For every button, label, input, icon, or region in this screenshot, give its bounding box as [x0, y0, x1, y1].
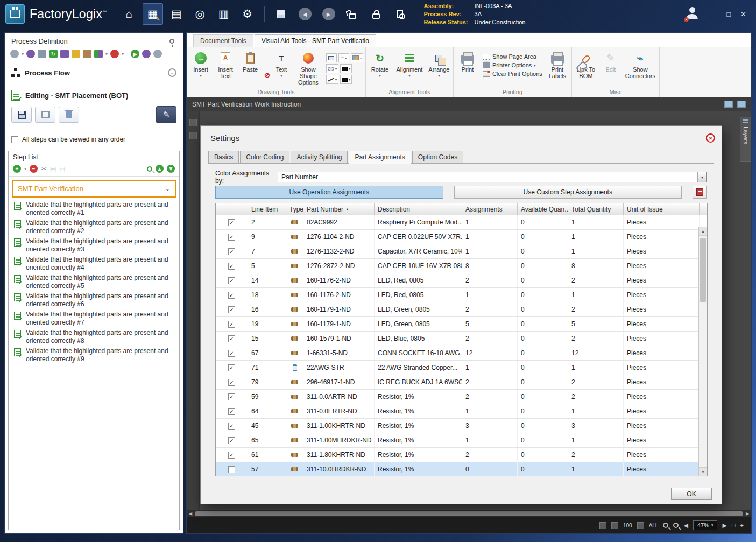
ellipse-shape-button[interactable]: ▾ [326, 64, 338, 73]
layers-tab[interactable]: Layers [740, 117, 751, 162]
step-item[interactable]: Validate that the highlighted parts are … [10, 309, 178, 328]
any-order-checkbox[interactable] [11, 136, 18, 143]
tab-part-assignments[interactable]: Part Assignments [349, 151, 411, 164]
tab-option-codes[interactable]: Option Codes [412, 151, 463, 163]
zoom-level[interactable]: 47%▾ [693, 520, 718, 530]
edit-mode-button[interactable]: ✎ [156, 106, 176, 123]
row-checkbox[interactable]: ✓ [228, 292, 235, 299]
globe-icon[interactable] [26, 50, 35, 58]
column-header[interactable]: Line Item [248, 203, 286, 215]
column-header[interactable]: Part Number▲ [303, 203, 375, 215]
horizontal-scrollbar[interactable]: ◀ ▶ [187, 510, 751, 517]
show-page-area-button[interactable]: Show Page Area [483, 53, 542, 60]
column-header[interactable]: Available Quan... [518, 203, 568, 215]
column-header[interactable]: Description [375, 203, 462, 215]
column-header[interactable] [216, 203, 248, 215]
dispatch-button[interactable]: ◎ [190, 3, 210, 25]
table-row[interactable]: ✓91276-1104-2-NDCAP CER 0.022UF 50V X7R.… [216, 230, 707, 244]
ok-button[interactable]: OK [671, 488, 712, 500]
table-row[interactable]: ✓59311-0.0ARTR-NDResistor, 1%202Pieces [216, 390, 707, 404]
pan-left-icon[interactable]: ◀ [683, 522, 688, 529]
pan-right-icon[interactable]: ▶ [722, 522, 726, 529]
save-step-button[interactable] [11, 107, 32, 123]
any-order-option[interactable]: All steps can be viewed in any order [5, 130, 183, 149]
news-button[interactable]: ▥ [214, 3, 234, 25]
pause-icon[interactable] [142, 50, 151, 58]
row-checkbox[interactable]: ✓ [228, 277, 235, 284]
table-row[interactable]: ✓61311-1.80KHRTR-NDResistor, 1%202Pieces [216, 448, 707, 462]
table-row[interactable]: ✓19160-1179-1-NDLED, Green, 0805505Piece… [216, 317, 707, 332]
thumbnail-icon[interactable] [599, 522, 606, 529]
zoom-plus-icon[interactable]: + [740, 522, 744, 529]
home-button[interactable]: ⌂ [119, 3, 139, 25]
use-custom-step-assignments-button[interactable]: Use Custom Step Assignments [454, 186, 682, 199]
table-row[interactable]: ✓45311-1.00KHRTR-NDResistor, 1%303Pieces [216, 419, 707, 433]
close-button[interactable]: ✕ [740, 10, 746, 18]
print-icon[interactable] [38, 50, 46, 58]
step-item[interactable]: Validate that the highlighted parts are … [10, 328, 178, 346]
select-tool-icon[interactable] [189, 119, 197, 126]
row-checkbox[interactable]: ✓ [228, 219, 235, 226]
tools-icon[interactable] [83, 50, 91, 58]
table-row[interactable]: ✓51276-2872-2-NDCAP CER 10UF 16V X7R 080… [216, 259, 707, 273]
process-flow-row[interactable]: Process Flow ⌄ [5, 62, 183, 83]
vertical-scrollbar[interactable]: ▲ ▼ [698, 227, 707, 476]
start-icon[interactable]: ▶ [131, 50, 139, 58]
row-checkbox[interactable]: ✓ [228, 408, 235, 415]
dialog-close-button[interactable]: ✕ [706, 133, 715, 143]
text-button[interactable]: T Text ▾ [272, 49, 291, 86]
block-button[interactable]: ⊘ [264, 71, 270, 79]
color-assignments-dropdown[interactable]: Part Number ▼ [278, 172, 707, 182]
scroll-up-icon[interactable]: ▲ [699, 227, 707, 236]
show-shape-options-button[interactable]: Show Shape Options [292, 49, 325, 86]
row-checkbox[interactable]: ✓ [228, 452, 235, 459]
tab-document-tools[interactable]: Document Tools [193, 34, 253, 47]
column-header[interactable]: Type [286, 203, 303, 215]
tab-basics[interactable]: Basics [208, 151, 239, 163]
dropdown-caret-icon[interactable]: ▼ [697, 172, 706, 182]
insert-button[interactable]: → Insert ▾ [189, 49, 213, 86]
export-step-button[interactable] [35, 107, 55, 123]
add-step-button[interactable]: + [13, 165, 21, 173]
row-checkbox[interactable]: ✓ [228, 437, 235, 444]
paste-button[interactable]: Paste [238, 49, 262, 86]
stop-icon[interactable] [153, 50, 162, 58]
link-to-bom-button[interactable]: Link To BOM [574, 49, 598, 86]
table-row[interactable]: ✓15160-1579-1-NDLED, Blue, 0805202Pieces [216, 332, 707, 346]
audit-button[interactable] [390, 3, 410, 25]
step-item[interactable]: Validate that the highlighted parts are … [10, 255, 178, 273]
row-checkbox[interactable]: ✓ [228, 248, 235, 255]
documents-button[interactable]: ▤ [166, 3, 187, 25]
copy-step-button[interactable]: ▤ [50, 165, 56, 173]
paste-step-button[interactable]: ▤ [59, 165, 65, 173]
rectangle-shape-button[interactable] [326, 53, 337, 62]
table-row[interactable]: ✓18160-1176-2-NDLED, Red, 0805101Pieces [216, 288, 707, 302]
grid-view-icon[interactable] [611, 522, 618, 529]
settings-button[interactable]: ⚙ [237, 3, 258, 25]
table-row[interactable]: ✓64311-0.0ERTR-NDResistor, 1%101Pieces [216, 404, 707, 419]
tab-visual-aid-tools[interactable]: Visual Aid Tools - SMT Part Verificatio [255, 34, 376, 47]
fit-page-icon[interactable]: □ [732, 522, 736, 529]
table-row[interactable]: ✓79296-46917-1-NDIC REG BUCK ADJ 1A 6WSO… [216, 375, 707, 390]
row-checkbox[interactable]: ✓ [228, 379, 235, 386]
table-row[interactable]: ✓16160-1179-1-NDLED, Green, 0805202Piece… [216, 302, 707, 317]
user-logout-button[interactable]: ✕ [685, 7, 699, 21]
line-style-button[interactable]: ≡▾ [338, 53, 349, 62]
alignment-button[interactable]: Alignment ▾ [393, 49, 426, 86]
row-checkbox[interactable]: ✓ [228, 335, 235, 342]
table-row[interactable]: 57311-10.0HRDKR-NDResistor, 1%001Pieces [216, 462, 707, 476]
row-checkbox[interactable]: ✓ [228, 263, 235, 270]
insert-image-button[interactable]: ▾ [351, 53, 363, 62]
minimize-button[interactable]: — [710, 10, 717, 18]
zoom-100-label[interactable]: 100 [623, 523, 632, 529]
row-checkbox[interactable]: ✓ [228, 364, 235, 371]
scroll-down-icon[interactable]: ▼ [699, 467, 707, 476]
row-checkbox[interactable] [228, 466, 235, 473]
print-labels-button[interactable]: Print Labels [546, 49, 569, 86]
step-item[interactable]: Validate that the highlighted parts are … [10, 291, 178, 309]
pan-tool-icon[interactable] [189, 132, 197, 139]
row-checkbox[interactable]: ✓ [228, 393, 235, 400]
table-row[interactable]: ✓202AC9992Raspberry Pi Compute Mod...101… [216, 215, 707, 230]
row-checkbox[interactable]: ✓ [228, 306, 235, 313]
table-row[interactable]: ✓671-66331-5-NDCONN SOCKET 16-18 AWG...1… [216, 346, 707, 361]
